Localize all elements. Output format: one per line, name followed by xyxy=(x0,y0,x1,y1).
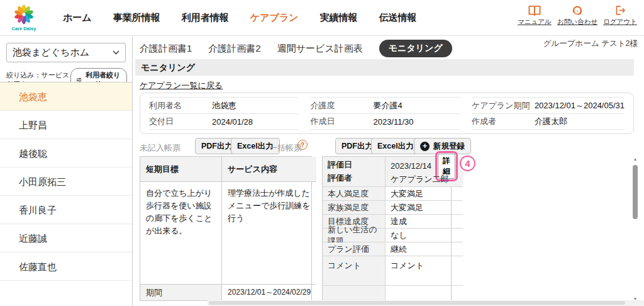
page-title: モニタリング xyxy=(135,59,634,76)
sidebar: 池袋まどぐちホム 絞り込み：サービス利用者 利用者絞り込み 池袋恵 xyxy=(0,37,133,306)
annotation-number-badge: 4 xyxy=(460,156,475,171)
short-term-goal-table: 短期目標 サービス内容 自分で立ち上がり歩行器を使い施設の廊下を歩くことが出来る… xyxy=(140,156,312,301)
contact-label: お問い合わせ xyxy=(557,18,597,26)
info-label: 作成日 xyxy=(310,116,373,127)
evaluation-date-label: 評価日 xyxy=(328,159,352,171)
horizontal-scrollbar[interactable] xyxy=(208,300,644,306)
office-select-value: 池袋まどぐちホム xyxy=(13,47,89,59)
service-text: 理学療法士が作成したメニューで歩行訓練を行う xyxy=(222,182,316,285)
period-value: 2023/12/01～2024/02/29 xyxy=(222,285,316,300)
goal-column-header: 短期目標 xyxy=(140,157,222,182)
evaluator-label: 評価者 xyxy=(328,173,352,184)
scroll-up-arrow-icon[interactable] xyxy=(631,157,640,161)
daisy-logo-icon xyxy=(11,4,37,26)
evaluation-header-labels: 評価日 評価者 xyxy=(323,157,386,187)
row-label: 新しい生活の課題 xyxy=(323,229,386,242)
evaluator-value: ケアプラン二郎 xyxy=(391,174,449,185)
row-value: 達成 xyxy=(386,215,463,229)
tab-care-plan-1[interactable]: 介護計画書1 xyxy=(140,43,192,55)
service-column-header: サービス内容 xyxy=(222,157,316,182)
period-label: 期間 xyxy=(140,285,222,300)
help-icon[interactable] xyxy=(297,140,308,150)
batch-excel-button[interactable]: Excel出力 xyxy=(371,138,420,154)
info-label: 作成者 xyxy=(472,116,535,127)
user-list-item[interactable]: 上野昌 xyxy=(0,111,132,139)
evaluation-date-value: 2023/12/14 xyxy=(391,161,431,171)
user-list-item[interactable]: 越後聡 xyxy=(0,139,132,167)
tenant-name: グループホーム テスト2様 xyxy=(543,38,638,49)
info-row-issue-date: 交付日 2024/01/28 xyxy=(149,113,299,130)
info-value: 2023/12/01～2024/05/31 xyxy=(535,100,625,111)
manual-link[interactable]: マニュアル xyxy=(513,4,556,26)
row-value: 継続 xyxy=(386,242,463,256)
info-value: 介護太郎 xyxy=(535,116,567,127)
vertical-scrollbar[interactable] xyxy=(631,157,640,301)
row-value: 大変満足 xyxy=(386,201,463,215)
evaluation-table: 評価日 評価者 2023/12/14 詳細 ケアプラン二郎 本人満足度 大変満足… xyxy=(322,156,452,301)
tab-monitoring[interactable]: モニタリング xyxy=(379,40,452,57)
main-menu: ホーム 事業所情報 利用者情報 ケアプラン 実績情報 伝送情報 xyxy=(63,12,416,24)
top-navigation: Care Daisy ホーム 事業所情報 利用者情報 ケアプラン 実績情報 伝送… xyxy=(0,0,644,36)
row-label: プラン評価 xyxy=(323,242,386,256)
nav-item-home[interactable]: ホーム xyxy=(63,12,92,24)
nav-item-care-plan[interactable]: ケアプラン xyxy=(250,12,299,24)
empty-footer-cell xyxy=(323,286,386,300)
info-row-created-date: 作成日 2023/11/30 xyxy=(310,113,460,130)
nav-item-results-info[interactable]: 実績情報 xyxy=(319,12,357,24)
nav-item-transmission-info[interactable]: 伝送情報 xyxy=(379,12,416,24)
info-label: 交付日 xyxy=(149,116,212,127)
empty-footer-cell xyxy=(386,286,463,300)
row-label: コメント xyxy=(323,256,386,286)
info-value: 2023/11/30 xyxy=(373,117,413,127)
tab-weekly-service-plan[interactable]: 週間サービス計画表 xyxy=(277,43,363,55)
logout-link[interactable]: ログアウト xyxy=(599,4,641,26)
row-label: 家族満足度 xyxy=(323,201,386,215)
nav-item-user-info[interactable]: 利用者情報 xyxy=(182,12,229,24)
row-value: 大変満足 xyxy=(386,187,463,201)
info-row-author: 作成者 介護太郎 xyxy=(472,113,625,130)
info-row-user-name: 利用者名 池袋恵 xyxy=(149,97,299,113)
brand-name: Care Daisy xyxy=(8,26,40,31)
chevron-down-icon xyxy=(113,50,119,55)
vertical-scrollbar-thumb[interactable] xyxy=(633,165,638,219)
app-screen: Care Daisy ホーム 事業所情報 利用者情報 ケアプラン 実績情報 伝送… xyxy=(0,0,644,306)
info-label: 利用者名 xyxy=(149,100,212,111)
info-label: 介護度 xyxy=(310,100,373,111)
new-registration-label: 新規登録 xyxy=(433,141,465,152)
logout-label: ログアウト xyxy=(603,18,637,26)
goal-text: 自分で立ち上がり歩行器を使い施設の廊下を歩くことが出来る。 xyxy=(140,182,222,285)
user-list-item[interactable]: 近藤誠 xyxy=(0,224,132,252)
plus-icon xyxy=(420,142,430,151)
row-value: コメント xyxy=(386,256,463,286)
app-logo[interactable]: Care Daisy xyxy=(8,4,40,31)
unrecorded-forms-label: 未記入帳票 xyxy=(140,142,180,154)
plan-info-column: 利用者名 池袋恵 交付日 2024/01/28 xyxy=(149,97,299,130)
contact-link[interactable]: お問い合わせ xyxy=(556,4,599,26)
plan-info-column: 介護度 要介護4 作成日 2023/11/30 xyxy=(310,97,460,130)
contact-headset-icon xyxy=(571,4,584,16)
tab-care-plan-2[interactable]: 介護計画書2 xyxy=(208,43,260,55)
user-list-item[interactable]: 香川良子 xyxy=(0,196,132,224)
evaluation-header-values: 2023/12/14 詳細 ケアプラン二郎 xyxy=(386,157,463,187)
logout-icon xyxy=(614,4,626,16)
info-row-care-level: 介護度 要介護4 xyxy=(310,97,460,113)
plan-info-column: ケアプラン期間 2023/12/01～2024/05/31 作成者 介護太郎 xyxy=(472,97,625,130)
plan-info-panel: 利用者名 池袋恵 交付日 2024/01/28 介護度 要介護4 作成日 202… xyxy=(140,93,634,134)
info-value: 池袋恵 xyxy=(212,100,236,111)
row-value: なし xyxy=(386,229,463,242)
nav-item-office-info[interactable]: 事業所情報 xyxy=(113,12,160,24)
user-list-item[interactable]: 佐藤直也 xyxy=(0,252,132,281)
user-list-item[interactable]: 池袋恵 xyxy=(0,82,132,111)
manual-label: マニュアル xyxy=(518,18,552,26)
horizontal-scrollbar-thumb[interactable] xyxy=(209,301,625,305)
user-list-item[interactable]: 小田原拓三 xyxy=(0,167,132,196)
info-row-plan-period: ケアプラン期間 2023/12/01～2024/05/31 xyxy=(472,97,625,113)
care-plan-tabs: 介護計画書1 介護計画書2 週間サービス計画表 モニタリング xyxy=(140,39,452,58)
evaluation-date-line: 2023/12/14 詳細 xyxy=(391,159,458,174)
back-to-care-plan-list-link[interactable]: ケアプラン一覧に戻る xyxy=(140,80,223,91)
manual-book-icon xyxy=(527,4,542,16)
info-value: 要介護4 xyxy=(373,100,402,111)
info-value: 2024/01/28 xyxy=(212,117,253,127)
office-select[interactable]: 池袋まどぐちホム xyxy=(6,43,126,62)
utility-menu: マニュアル お問い合わせ ログアウト xyxy=(513,4,641,26)
